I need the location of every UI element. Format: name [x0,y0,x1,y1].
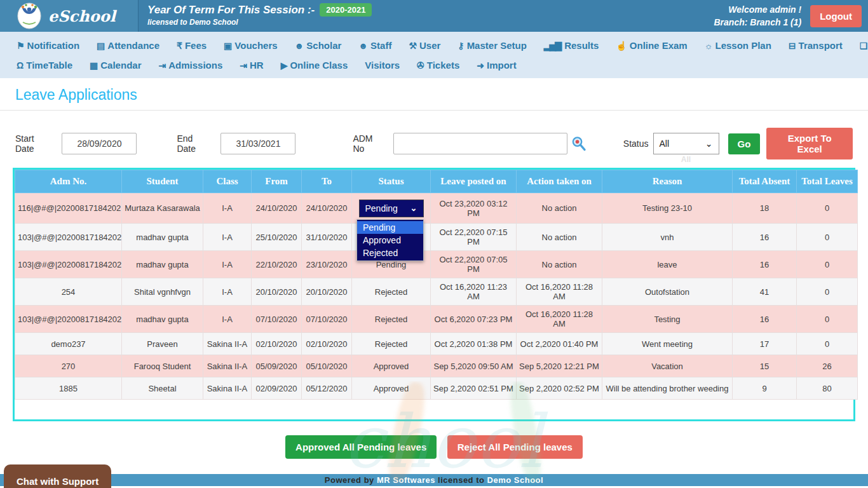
nav-item-scholar[interactable]: ☻Scholar [295,40,342,51]
cell-reason: Will be attending brother weeding [602,377,733,400]
status-option[interactable]: Rejected [357,247,423,259]
bus-icon: ⊟ [789,41,795,51]
row-status-select[interactable]: Pending⌄ [359,200,424,217]
nav-item-staff[interactable]: ☻Staff [358,40,391,51]
cell-student: madhav gupta [122,306,203,333]
nav-row-1: ⚑Notification▤Attendance₹Fees▣Vouchers☻S… [17,40,868,51]
cell-cls: Sakina II-A [203,377,252,400]
divider [0,110,868,111]
nav-item-lesson-plan[interactable]: ☼Lesson Plan [705,40,771,51]
start-date-label: Start Date [15,133,53,154]
nav-item-user[interactable]: ⚒User [409,40,440,51]
cell-leaves: 0 [797,278,858,306]
search-icon[interactable] [571,135,587,152]
nav-item-label: User [419,40,440,51]
cell-student: Shital vgnhfvgn [122,278,203,306]
eschool-logo-icon [17,2,42,30]
nav-item-tickets[interactable]: ✇Tickets [417,60,459,71]
nav-item-vouchers[interactable]: ▣Vouchers [224,40,277,51]
end-date-input[interactable] [220,133,295,154]
table-row: 270Farooq StudentSakina II-A05/09/202005… [15,355,858,377]
cell-status: Rejected [352,306,431,333]
cell-absent: 17 [733,333,797,355]
bar-chart-icon: ▂▅▇ [544,41,560,51]
nav-item-master-setup[interactable]: ⚷Master Setup [458,40,526,51]
folder-icon: ❏ [860,41,867,51]
cell-adm: 254 [15,278,122,306]
nav-item-fees[interactable]: ₹Fees [177,40,207,51]
cell-from: 25/10/2020 [252,224,302,251]
approve-all-pending-button[interactable]: Approved All Pending leaves [285,435,437,459]
cell-to: 05/10/2020 [302,355,352,377]
nav-item-notification[interactable]: ⚑Notification [17,40,79,51]
nav-item-label: Admissions [168,60,222,71]
brand-logo-block[interactable]: eSchool [0,0,139,32]
cell-cls: I-A [203,224,252,251]
start-date-input[interactable] [62,133,137,154]
cell-from: 02/09/2020 [252,377,302,400]
cell-cls: I-A [203,251,252,278]
session-label: Year Of Term For This Session :- [147,4,315,17]
cell-reason: Vacation [602,355,733,377]
status-label: Status [623,139,649,149]
status-option[interactable]: Pending [357,221,423,234]
table-row: 103|@#@|20200817184202madhav guptaI-A25/… [15,224,858,251]
nav-item-visitors[interactable]: Visitors [365,60,400,71]
cell-to: 24/10/2020 [302,193,352,224]
nav-item-admissions[interactable]: ⇥Admissions [158,60,222,71]
nav-item-stock[interactable]: ❏Stock [860,40,868,51]
nav-item-import[interactable]: ➜Import [477,60,516,71]
cell-from: 24/10/2020 [252,193,302,224]
go-button[interactable]: Go [728,133,761,154]
table-row: 1885SheetalSakina II-A02/09/202005/12/20… [15,377,858,400]
status-option[interactable]: Approved [357,234,423,247]
cell-reason: Testing [602,306,733,333]
cell-to: 02/10/2020 [302,333,352,355]
status-filter-select[interactable]: All ⌄ [653,133,719,154]
logout-button[interactable]: Logout [810,5,862,27]
licensed-to-text: licensed to [438,475,484,485]
cell-student: madhav gupta [122,251,203,278]
nav-item-calendar[interactable]: ▦Calendar [90,60,141,71]
document-icon: ▤ [97,41,104,51]
session-block: Year Of Term For This Session :- 2020-20… [139,0,372,32]
column-header-reason: Reason [602,170,733,193]
cell-leaves: 0 [797,193,858,224]
cell-absent: 18 [733,193,797,224]
nav-item-label: Fees [185,40,207,51]
cell-absent: 15 [733,355,797,377]
licensed-text: licensed to Demo School [147,18,372,27]
nav-item-attendance[interactable]: ▤Attendance [97,40,159,51]
nav-item-label: Attendance [107,40,159,51]
column-header-class: Class [203,170,252,193]
cell-reason: leave [602,251,733,278]
cell-adm: 1885 [15,377,122,400]
chat-with-support-button[interactable]: Chat with Support [4,464,111,488]
nav-item-online-exam[interactable]: ☝Online Exam [616,40,687,51]
cell-from: 22/10/2020 [252,251,302,278]
cell-reason: Testing 23-10 [602,193,733,224]
nav-item-label: Visitors [365,60,400,71]
cell-cls: I-A [203,278,252,306]
reject-all-pending-button[interactable]: Reject All Pending leaves [447,435,583,459]
cell-from: 07/10/2020 [252,306,302,333]
vendor-name: MR Softwares [377,475,435,485]
adm-no-input[interactable] [393,133,567,154]
nav-item-transport[interactable]: ⊟Transport [789,40,843,51]
voucher-card-icon: ▣ [224,41,231,51]
nav-item-hr[interactable]: ⇥HR [240,60,263,71]
nav-item-timetable[interactable]: ΩTimeTable [17,60,72,71]
cell-absent: 41 [733,278,797,306]
cell-posted: Sep 5,2020 09:50 AM [431,355,517,377]
column-header-total-absent: Total Absent [733,170,797,193]
users-icon: ☻ [295,41,303,51]
export-to-excel-button[interactable]: Export To Excel [766,128,853,159]
status-dropdown-list: Pending Approved Rejected [356,219,424,261]
nav-item-online-class[interactable]: ▶Online Class [281,60,348,71]
column-header-to: To [302,170,352,193]
nav-item-label: Scholar [306,40,341,51]
cell-action: Oct 16,2020 11:28 AM [517,278,602,306]
nav-item-label: HR [250,60,264,71]
nav-item-results[interactable]: ▂▅▇Results [544,40,599,51]
thumbs-up-icon: ☝ [616,41,625,51]
